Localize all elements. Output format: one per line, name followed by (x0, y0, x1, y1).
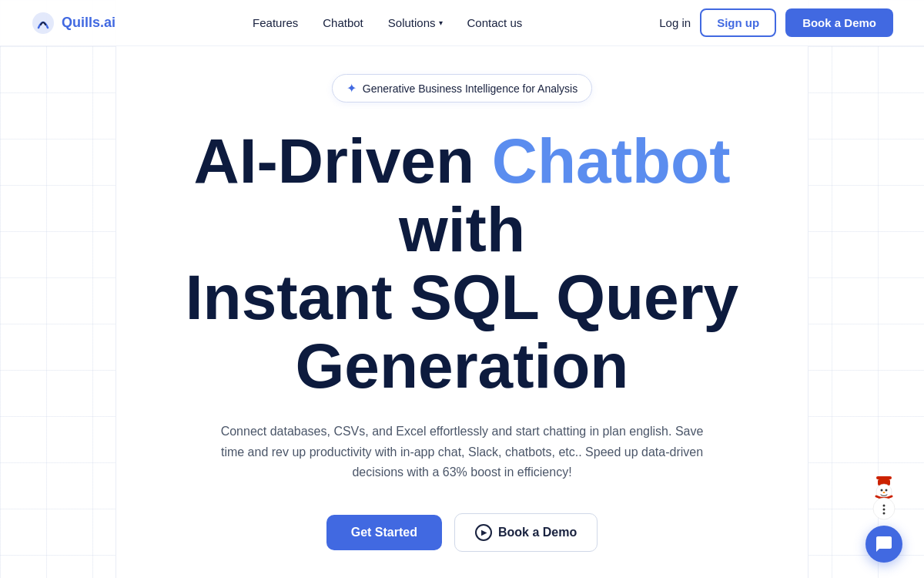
svg-point-8 (883, 505, 886, 507)
svg-rect-1 (876, 476, 892, 479)
chevron-down-icon: ▾ (439, 18, 443, 27)
chat-widget (859, 473, 909, 563)
svg-point-6 (883, 492, 886, 493)
logo-icon (31, 11, 55, 35)
chat-open-button[interactable] (865, 526, 902, 563)
svg-point-5 (886, 489, 888, 492)
login-button[interactable]: Log in (659, 16, 691, 29)
logo[interactable]: Quills.ai (31, 11, 116, 35)
nav-links: Features Chatbot Solutions ▾ Contact us (253, 16, 522, 29)
main-content: ✦ Generative Business Intelligence for A… (0, 46, 924, 578)
book-demo-nav-button[interactable]: Book a Demo (785, 8, 893, 37)
nav-chatbot[interactable]: Chatbot (323, 16, 363, 29)
svg-point-10 (883, 512, 886, 515)
snowman-decoration (859, 473, 909, 523)
hero-subtext: Connect databases, CSVs, and Excel effor… (192, 422, 732, 482)
hero-title: AI-Driven Chatbot with Instant SQL Query… (146, 127, 778, 400)
nav-features[interactable]: Features (253, 16, 298, 29)
navbar: Quills.ai Features Chatbot Solutions ▾ C… (0, 0, 924, 46)
book-demo-button[interactable]: ▶ Book a Demo (454, 513, 598, 552)
chat-icon (875, 535, 893, 553)
nav-solutions[interactable]: Solutions ▾ (388, 16, 443, 29)
badge-pill: ✦ Generative Business Intelligence for A… (332, 74, 592, 102)
get-started-button[interactable]: Get Started (326, 515, 442, 550)
cta-buttons: Get Started ▶ Book a Demo (326, 513, 598, 552)
sparkle-icon: ✦ (346, 81, 357, 96)
nav-actions: Log in Sign up Book a Demo (659, 8, 893, 37)
brand-name: Quills.ai (62, 15, 116, 31)
badge-text: Generative Business Intelligence for Ana… (363, 82, 578, 95)
nav-contact[interactable]: Contact us (467, 16, 523, 29)
svg-point-4 (881, 489, 883, 492)
hero-heading: AI-Driven Chatbot with Instant SQL Query… (146, 127, 778, 400)
circle-play-icon: ▶ (475, 524, 492, 541)
svg-point-9 (883, 509, 886, 511)
signup-button[interactable]: Sign up (700, 8, 776, 37)
